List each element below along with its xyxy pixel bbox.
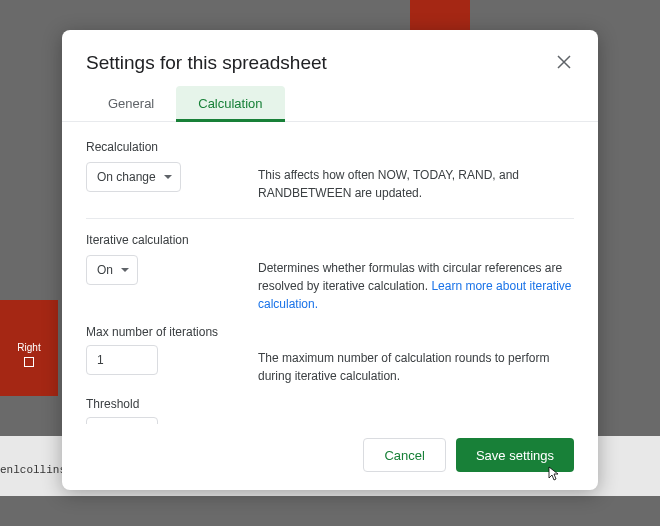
recalculation-section: Recalculation On change This affects how…: [86, 140, 574, 219]
iterative-section: Iterative calculation On Determines whet…: [86, 233, 574, 424]
tab-calculation[interactable]: Calculation: [176, 86, 284, 121]
threshold-description: The threshold value such that calculatio…: [258, 417, 574, 424]
recalculation-label: Recalculation: [86, 140, 574, 154]
tabs: General Calculation: [62, 86, 598, 122]
save-settings-button[interactable]: Save settings: [456, 438, 574, 472]
dialog-body: Recalculation On change This affects how…: [62, 122, 598, 424]
close-icon: [557, 55, 571, 69]
max-iterations-description: The maximum number of calculation rounds…: [258, 345, 574, 385]
checkbox-icon: [24, 357, 34, 367]
close-button[interactable]: [554, 52, 574, 72]
iterative-label: Iterative calculation: [86, 233, 574, 247]
tab-general[interactable]: General: [86, 86, 176, 121]
recalculation-description: This affects how often NOW, TODAY, RAND,…: [258, 162, 574, 202]
dialog-header: Settings for this spreadsheet: [62, 30, 598, 86]
cursor-icon: [544, 466, 560, 482]
dialog-footer: Cancel Save settings: [62, 424, 598, 490]
cancel-button[interactable]: Cancel: [363, 438, 445, 472]
settings-dialog: Settings for this spreadsheet General Ca…: [62, 30, 598, 490]
iterative-dropdown[interactable]: On: [86, 255, 138, 285]
dialog-title: Settings for this spreadsheet: [86, 52, 327, 74]
iterative-description: Determines whether formulas with circula…: [258, 255, 574, 313]
save-button-label: Save settings: [476, 448, 554, 463]
threshold-input[interactable]: [86, 417, 158, 424]
recalculation-dropdown[interactable]: On change: [86, 162, 181, 192]
max-iterations-label: Max number of iterations: [86, 325, 574, 339]
bg-right-label: Right: [17, 342, 40, 353]
background-element: Right: [0, 300, 58, 396]
threshold-label: Threshold: [86, 397, 574, 411]
max-iterations-input[interactable]: [86, 345, 158, 375]
